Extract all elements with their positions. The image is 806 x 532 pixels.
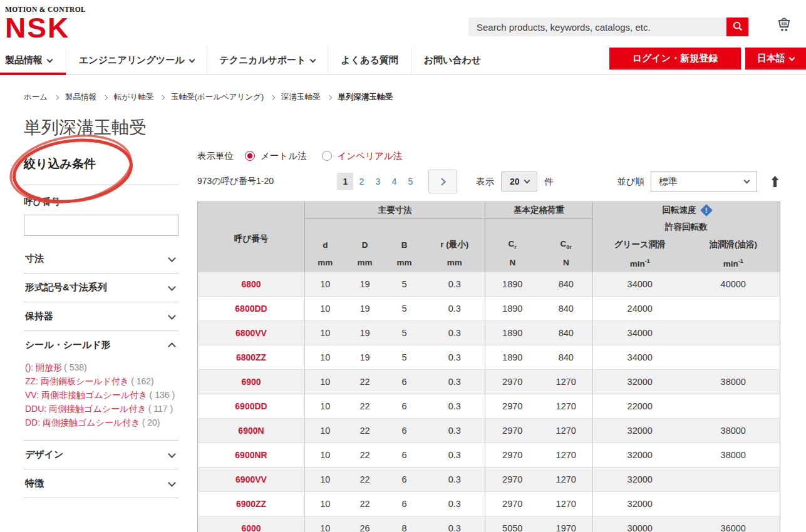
breadcrumb-deep-groove-ball-bearings[interactable]: 深溝玉軸受: [281, 92, 321, 103]
cell-value: 40000: [687, 272, 780, 297]
filter-option-link[interactable]: VV: 両側非接触ゴムシール付き: [25, 390, 148, 400]
cell-value: 6: [385, 394, 425, 419]
filter-option-count: ( 136 ): [150, 390, 175, 400]
filter-options: (): 開放形( 538)ZZ: 両側鋼板シールド付き( 162)VV: 両側非…: [24, 359, 178, 440]
sort-select[interactable]: 標準: [651, 171, 757, 192]
search-button[interactable]: [726, 18, 748, 36]
filter-option-link[interactable]: (): 開放形: [25, 362, 62, 372]
part-number-link[interactable]: 6800DD: [235, 304, 267, 314]
info-icon[interactable]: !: [700, 204, 713, 217]
bearing-table: 呼び番号 主要寸法 基本定格荷重 回転速度 ! 許容回転数: [197, 202, 780, 532]
chevron-down-icon: [168, 450, 176, 458]
part-number-link[interactable]: 6900: [241, 377, 261, 387]
radio-metric[interactable]: メートル法: [245, 150, 307, 162]
chevron-down-icon: [168, 312, 176, 320]
cell-value: 1890: [485, 297, 540, 321]
filter-section-type-code-series: 形式記号&寸法系列: [24, 274, 178, 302]
cell-value: 10: [305, 419, 346, 443]
filter-option-line: DD: 両側接触ゴムシール付き( 20): [25, 416, 178, 429]
cell-part-number: 6000: [198, 516, 305, 532]
cell-value: 1270: [540, 394, 593, 419]
filter-section-features: 特徴: [24, 469, 178, 498]
filter-section-label: 特徴: [25, 478, 44, 489]
filter-section-header-design[interactable]: デザイン: [24, 441, 178, 469]
part-number-input[interactable]: [24, 215, 178, 236]
part-number-link[interactable]: 6800ZZ: [236, 352, 266, 362]
filter-section-header-dimensions[interactable]: 寸法: [24, 245, 178, 273]
part-number-link[interactable]: 6900DD: [235, 401, 267, 411]
filter-section-header-type-code-series[interactable]: 形式記号&寸法系列: [24, 274, 178, 302]
filter-section-seal-shield-type: シール・シールド形(): 開放形( 538)ZZ: 両側鋼板シールド付き( 16…: [24, 331, 178, 441]
filter-section-header-seal-shield-type[interactable]: シール・シールド形: [24, 331, 178, 359]
cell-value: 1270: [540, 370, 593, 394]
search-bar: [468, 18, 748, 36]
next-page-button[interactable]: [428, 170, 457, 193]
nav-item-technical-support[interactable]: テクニカルサポート: [207, 46, 328, 74]
cell-value: 0.3: [425, 297, 485, 321]
cell-value: 2970: [485, 394, 540, 419]
part-number-link[interactable]: 6900NR: [235, 450, 267, 460]
cell-value: 38000: [687, 443, 780, 468]
filter-option-line: DDU: 両側接触ゴムシール付き( 117 ): [25, 402, 178, 416]
filter-sections: 寸法形式記号&寸法系列保持器シール・シールド形(): 開放形( 538)ZZ: …: [24, 245, 178, 498]
table-row: 6900ZZ102260.32970127032000: [198, 492, 780, 516]
breadcrumb-products[interactable]: 製品情報: [65, 92, 96, 103]
nav-item-products[interactable]: 製品情報: [5, 46, 66, 74]
group-rotational-speed: 回転速度 !: [593, 202, 780, 219]
cell-value: 5: [385, 321, 425, 345]
unit-mm: mm: [346, 254, 385, 272]
chevron-down-icon: [524, 178, 530, 184]
cart-button[interactable]: [775, 15, 793, 36]
per-page-select[interactable]: 20: [501, 171, 537, 192]
chevron-down-icon: [47, 56, 53, 63]
part-number-link[interactable]: 6900VV: [235, 474, 267, 484]
page-link[interactable]: 5: [402, 173, 418, 190]
part-number-link[interactable]: 6900N: [238, 426, 264, 436]
nav-item-faq[interactable]: よくある質問: [328, 46, 410, 74]
nsk-logo[interactable]: MOTION & CONTROL NSK: [5, 6, 86, 41]
part-number-link[interactable]: 6900ZZ: [236, 499, 266, 509]
header: MOTION & CONTROL NSK: [0, 0, 806, 46]
cell-value: 32000: [593, 492, 687, 516]
cell-part-number: 6800DD: [198, 297, 305, 321]
page-link[interactable]: 4: [386, 173, 402, 190]
breadcrumb-home[interactable]: ホーム: [24, 92, 48, 103]
nav-item-label: お問い合わせ: [424, 54, 481, 66]
radio-imperial[interactable]: インペリアル法: [322, 150, 403, 162]
part-number-link[interactable]: 6800: [241, 279, 261, 289]
table-row: 6000102680.3505019703000036000: [198, 516, 780, 532]
filter-section-header-cage[interactable]: 保持器: [24, 302, 178, 330]
cell-value: 2970: [485, 419, 540, 443]
rotational-speed-label: 回転速度: [663, 205, 696, 216]
cell-value: 26: [346, 516, 385, 532]
cell-value: 32000: [593, 370, 687, 394]
filter-section-label: シール・シールド形: [25, 339, 111, 351]
login-register-button[interactable]: ログイン・新規登録: [609, 48, 741, 69]
cell-value: 6: [385, 443, 425, 468]
col-grease-lubrication: グリース潤滑: [593, 236, 687, 254]
language-button[interactable]: 日本語: [745, 48, 806, 69]
col-C0r: C0r: [540, 236, 593, 254]
filter-option-link[interactable]: ZZ: 両側鋼板シールド付き: [25, 376, 129, 386]
page-link[interactable]: 2: [353, 173, 369, 190]
col-B: B: [385, 236, 425, 254]
nav-item-contact[interactable]: お問い合わせ: [411, 46, 493, 74]
page-link[interactable]: 3: [369, 173, 386, 190]
cell-value: 30000: [593, 516, 687, 532]
cell-value: 32000: [593, 419, 687, 443]
cell-value: 1890: [485, 345, 540, 370]
filter-option-link[interactable]: DD: 両側接触ゴムシール付き: [25, 417, 140, 427]
breadcrumb-rolling-bearings[interactable]: 転がり軸受: [114, 92, 153, 103]
breadcrumb-ball-bearings[interactable]: 玉軸受(ボールベアリング): [171, 92, 264, 103]
per-page-unit: 件: [544, 176, 554, 188]
sort-direction-button[interactable]: [770, 175, 780, 188]
cell-part-number: 6800ZZ: [198, 345, 305, 370]
part-number-link[interactable]: 6800VV: [235, 328, 267, 338]
filter-section-header-features[interactable]: 特徴: [24, 469, 178, 498]
nav-item-engineering-tools[interactable]: エンジニアリングツール: [66, 46, 207, 74]
part-number-link[interactable]: 6000: [241, 523, 261, 532]
cell-value: 1970: [540, 516, 593, 532]
cell-value: 34000: [593, 272, 687, 297]
filter-option-link[interactable]: DDU: 両側接触ゴムシール付き: [25, 404, 147, 414]
search-input[interactable]: [468, 18, 726, 36]
